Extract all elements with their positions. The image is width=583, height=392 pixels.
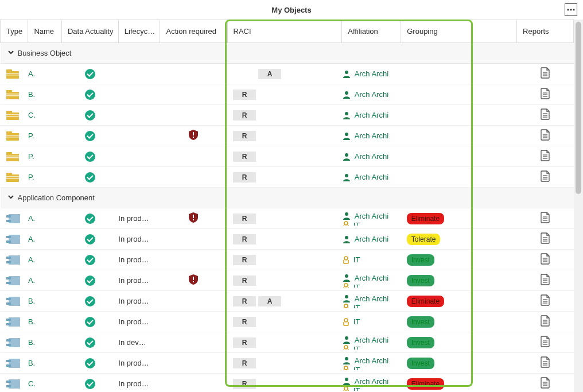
report-icon[interactable]	[540, 336, 550, 347]
col-grouping[interactable]: Grouping	[401, 20, 517, 43]
affiliation-line[interactable]: IT	[342, 317, 401, 327]
name-link[interactable]: P.	[28, 131, 34, 140]
table-row[interactable]: A.XAArch Archi	[1, 64, 574, 84]
affiliation-line[interactable]: IT	[342, 386, 401, 391]
affiliation-line[interactable]: Arch Archi	[342, 335, 401, 344]
scroll-thumb[interactable]	[576, 22, 581, 194]
table-row[interactable]: A.In prod…RArch ArchiTolerate	[1, 229, 574, 250]
report-icon[interactable]	[540, 377, 550, 389]
name-link[interactable]: B.	[28, 90, 35, 99]
affiliation-line[interactable]: IT	[342, 304, 401, 308]
affiliation-line[interactable]: Arch Archi	[342, 377, 401, 386]
col-lifecycle[interactable]: Lifecyc…	[118, 20, 160, 43]
group-row[interactable]: Business Object	[1, 43, 574, 64]
report-icon[interactable]	[540, 108, 550, 120]
cell-reports[interactable]	[517, 374, 574, 393]
cell-reports[interactable]	[517, 167, 574, 188]
cell-name[interactable]: A.	[28, 64, 62, 84]
affiliation-line[interactable]: Arch Archi	[342, 211, 401, 220]
report-icon[interactable]	[540, 253, 550, 265]
cell-name[interactable]: B.	[28, 291, 62, 312]
cell-name[interactable]: B.	[28, 332, 62, 353]
cell-reports[interactable]	[517, 353, 574, 374]
report-icon[interactable]	[540, 88, 550, 99]
col-action[interactable]: Action required	[160, 20, 227, 43]
table-row[interactable]: C.RArch Archi	[1, 105, 574, 126]
table-row[interactable]: B.In prod…RITInvest	[1, 312, 574, 332]
col-raci[interactable]: RACI	[227, 20, 342, 43]
cell-reports[interactable]	[517, 146, 574, 167]
affiliation-line[interactable]: Arch Archi	[342, 235, 401, 244]
name-link[interactable]: A.	[28, 235, 35, 243]
report-icon[interactable]	[540, 315, 550, 327]
name-link[interactable]: B.	[28, 359, 35, 367]
cell-reports[interactable]	[517, 105, 574, 126]
name-link[interactable]: C.	[28, 379, 36, 388]
cell-name[interactable]: P.	[28, 167, 62, 188]
report-icon[interactable]	[540, 356, 550, 368]
name-link[interactable]: P.	[28, 152, 34, 161]
report-icon[interactable]	[540, 294, 550, 306]
cell-name[interactable]: P.	[28, 126, 62, 146]
table-row[interactable]: P.RArch Archi	[1, 167, 574, 188]
name-link[interactable]: P.	[28, 173, 34, 181]
affiliation-line[interactable]: IT	[342, 366, 401, 370]
cell-name[interactable]: B.	[28, 353, 62, 374]
report-icon[interactable]	[540, 129, 550, 141]
affiliation-line[interactable]: Arch Archi	[342, 69, 401, 79]
table-row[interactable]: A.In prod…RArch ArchiITInvest	[1, 270, 574, 291]
affiliation-line[interactable]: Arch Archi	[342, 152, 401, 161]
table-row[interactable]: B.In dev…RArch ArchiITInvest	[1, 332, 574, 353]
table-row[interactable]: B.In prod…RAArch ArchiITEliminate	[1, 291, 574, 312]
report-icon[interactable]	[540, 274, 550, 285]
cell-name[interactable]: A.	[28, 208, 62, 229]
col-reports[interactable]: Reports	[517, 20, 574, 43]
report-icon[interactable]	[540, 67, 550, 79]
chevron-down-icon[interactable]	[7, 193, 14, 202]
report-icon[interactable]	[540, 232, 550, 244]
affiliation-line[interactable]: Arch Archi	[342, 273, 401, 282]
cell-name[interactable]: A.	[28, 270, 62, 291]
cell-name[interactable]: C.	[28, 105, 62, 126]
more-menu-button[interactable]	[565, 3, 577, 16]
report-icon[interactable]	[540, 170, 550, 182]
name-link[interactable]: C.	[28, 111, 36, 119]
col-actuality[interactable]: Data Actuality	[61, 20, 118, 43]
affiliation-line[interactable]: Arch Archi	[342, 173, 401, 182]
report-icon[interactable]	[540, 150, 550, 161]
affiliation-line[interactable]: Arch Archi	[342, 131, 401, 141]
table-row[interactable]: P.RArch Archi	[1, 126, 574, 146]
cell-reports[interactable]	[517, 64, 574, 84]
report-icon[interactable]	[540, 212, 550, 223]
cell-reports[interactable]	[517, 270, 574, 291]
name-link[interactable]: A.	[28, 276, 35, 285]
table-row[interactable]: A.In prod…RITInvest	[1, 250, 574, 270]
name-link[interactable]: A.	[28, 214, 35, 223]
table-row[interactable]: C.In prod…RArch ArchiITEliminate	[1, 374, 574, 393]
name-link[interactable]: A.	[28, 255, 35, 264]
table-row[interactable]: A.In prod…RArch ArchiITEliminate	[1, 208, 574, 229]
cell-reports[interactable]	[517, 229, 574, 250]
vertical-scrollbar[interactable]	[574, 20, 583, 392]
cell-reports[interactable]	[517, 332, 574, 353]
col-type[interactable]: Type	[1, 20, 28, 43]
chevron-down-icon[interactable]	[7, 49, 14, 57]
name-link[interactable]: A.	[28, 69, 35, 78]
cell-name[interactable]: C.	[28, 374, 62, 393]
cell-reports[interactable]	[517, 291, 574, 312]
table-row[interactable]: B.RArch Archi	[1, 84, 574, 105]
affiliation-line[interactable]: Arch Archi	[342, 111, 401, 120]
cell-name[interactable]: B.	[28, 312, 62, 332]
cell-reports[interactable]	[517, 250, 574, 270]
affiliation-line[interactable]: Arch Archi	[342, 294, 401, 303]
cell-reports[interactable]	[517, 126, 574, 146]
cell-reports[interactable]	[517, 208, 574, 229]
col-name[interactable]: Name	[28, 20, 62, 43]
affiliation-line[interactable]: Arch Archi	[342, 90, 401, 99]
col-affiliation[interactable]: Affiliation	[342, 20, 401, 43]
name-link[interactable]: B.	[28, 317, 35, 326]
cell-name[interactable]: A.	[28, 229, 62, 250]
name-link[interactable]: B.	[28, 297, 35, 305]
group-row[interactable]: Application Component	[1, 188, 574, 208]
affiliation-line[interactable]: IT	[342, 221, 401, 226]
